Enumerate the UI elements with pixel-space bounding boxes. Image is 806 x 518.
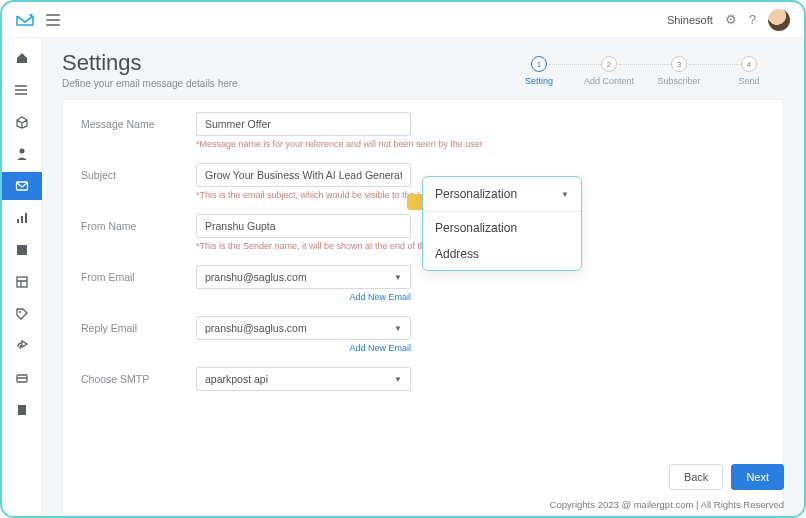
message-name-hint: *Message name is for your reference and …	[196, 139, 483, 149]
reply-email-select[interactable]: pranshu@saglus.com▼	[196, 316, 411, 340]
settings-card: Message Name *Message name is for your r…	[62, 99, 784, 516]
svg-point-2	[15, 93, 17, 95]
sidebar-user[interactable]	[2, 140, 42, 168]
smtp-label: Choose SMTP	[81, 367, 196, 385]
sidebar-box[interactable]	[2, 108, 42, 136]
page-subtitle: Define your email message details here	[62, 78, 238, 89]
chevron-down-icon: ▼	[561, 190, 569, 199]
sidebar-list[interactable]	[2, 76, 42, 104]
svg-rect-7	[25, 213, 27, 223]
sidebar-email[interactable]	[2, 172, 42, 200]
from-email-select[interactable]: pranshu@saglus.com▼	[196, 265, 411, 289]
step-add-content[interactable]: 2Add Content	[574, 56, 644, 86]
chevron-down-icon: ▼	[394, 324, 402, 333]
from-name-input[interactable]	[196, 214, 411, 238]
chevron-down-icon: ▼	[394, 375, 402, 384]
sidebar-home[interactable]	[2, 44, 42, 72]
from-name-label: From Name	[81, 214, 196, 232]
personalization-select[interactable]: Personalization▼	[423, 177, 581, 212]
personalization-dropdown: Personalization▼ Personalization Address	[422, 176, 582, 271]
user-name[interactable]: Shinesoft	[667, 14, 713, 26]
settings-gear-icon[interactable]: ⚙	[725, 12, 737, 27]
step-send[interactable]: 4Send	[714, 56, 784, 86]
svg-rect-5	[17, 219, 19, 223]
step-setting[interactable]: 1Setting	[504, 56, 574, 86]
svg-rect-15	[18, 405, 26, 415]
copyright: Copyrights 2023 @ mailergpt.com | All Ri…	[550, 499, 784, 510]
svg-point-3	[19, 149, 24, 154]
next-button[interactable]: Next	[731, 464, 784, 490]
sidebar-tag[interactable]	[2, 300, 42, 328]
smtp-select[interactable]: aparkpost api▼	[196, 367, 411, 391]
dropdown-option-address[interactable]: Address	[423, 238, 581, 264]
subject-label: Subject	[81, 163, 196, 181]
sidebar-share[interactable]	[2, 332, 42, 360]
add-reply-email-link[interactable]: Add New Email	[196, 343, 411, 353]
step-subscriber[interactable]: 3Subscriber	[644, 56, 714, 86]
from-email-label: From Email	[81, 265, 196, 283]
sidebar-card[interactable]	[2, 364, 42, 392]
svg-point-1	[15, 89, 17, 91]
svg-point-12	[19, 311, 21, 313]
sidebar-analytics[interactable]	[2, 204, 42, 232]
reply-email-label: Reply Email	[81, 316, 196, 334]
message-name-label: Message Name	[81, 112, 196, 130]
avatar[interactable]	[768, 9, 790, 31]
svg-rect-9	[17, 277, 27, 287]
sidebar-image[interactable]	[2, 236, 42, 264]
sidebar-template[interactable]	[2, 268, 42, 296]
from-name-hint: *This is the Sender name, it will be sho…	[196, 241, 454, 251]
topbar: Shinesoft ⚙ ?	[2, 2, 804, 38]
svg-rect-6	[21, 216, 23, 223]
menu-toggle-icon[interactable]	[46, 14, 60, 26]
add-from-email-link[interactable]: Add New Email	[196, 292, 411, 302]
stepper: 1Setting 2Add Content 3Subscriber 4Send	[504, 50, 784, 86]
chevron-down-icon: ▼	[394, 273, 402, 282]
message-name-input[interactable]	[196, 112, 411, 136]
page-title: Settings	[62, 50, 238, 76]
sidebar-doc[interactable]	[2, 396, 42, 424]
svg-point-0	[15, 85, 17, 87]
subject-input[interactable]	[196, 163, 411, 187]
sidebar	[2, 38, 42, 516]
subject-hint: *This is the email subject, which would …	[196, 190, 437, 200]
app-logo-icon	[16, 13, 34, 27]
dropdown-option-personalization[interactable]: Personalization	[423, 212, 581, 238]
svg-rect-8	[17, 245, 27, 255]
back-button[interactable]: Back	[669, 464, 723, 490]
help-icon[interactable]: ?	[749, 12, 756, 27]
